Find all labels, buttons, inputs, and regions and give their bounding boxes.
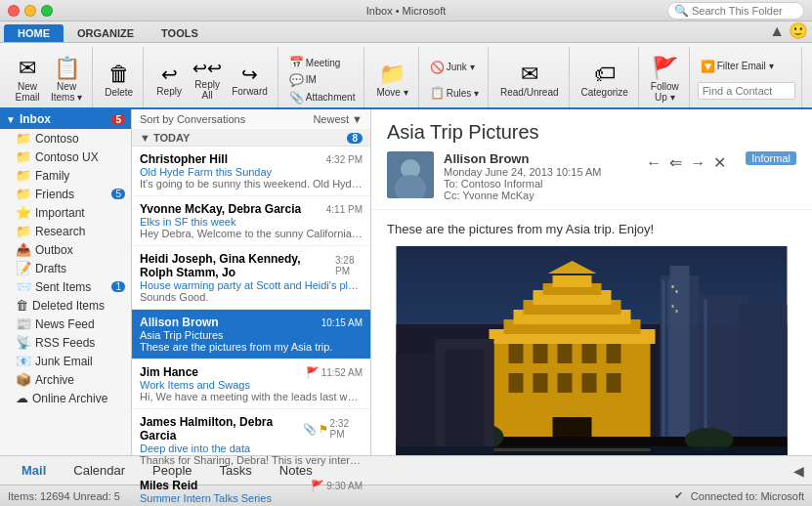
nav-tasks[interactable]: Tasks [206, 459, 266, 482]
filter-icon: 🔽 [701, 60, 715, 73]
nav-prev-all-button[interactable]: ⇐ [667, 151, 684, 174]
chevron-up-icon[interactable]: ▲ [769, 22, 785, 40]
reply-all-button[interactable]: ↩↩ ReplyAll [189, 55, 226, 105]
status-right: ✔ Connected to: Microsoft [674, 489, 804, 502]
meeting-icon: 📅 [289, 56, 304, 69]
sidebar-item-junk[interactable]: 📧 Junk Email [0, 352, 131, 370]
svg-rect-41 [446, 349, 485, 455]
email-item[interactable]: Christopher Hill 4:32 PM Old Hyde Farm t… [132, 147, 370, 196]
ribbon-bar: ✉ NewEmail 📋 NewItems ▾ 🗑 Delete ↩ Reply [0, 43, 812, 109]
archive-icon: 📦 [16, 372, 31, 387]
nav-people[interactable]: People [139, 459, 205, 482]
email-preview: Hey Debra, Welcome to the sunny Californ… [140, 228, 363, 239]
ribbon-group-categorize: 🏷 Categorize [572, 47, 639, 107]
sidebar-item-important[interactable]: ⭐ Important [0, 203, 131, 222]
sidebar-item-family[interactable]: 📁 Family [0, 166, 131, 185]
delete-label: Delete [105, 87, 133, 98]
email-preview: Hi, We have a meeting with the leads las… [140, 391, 363, 402]
bottom-nav: Mail Calendar People Tasks Notes ◀ [0, 455, 812, 485]
maximize-button[interactable] [41, 5, 53, 17]
avatar-image [387, 151, 434, 198]
attachment-label: Attachment [306, 92, 356, 103]
sidebar-item-outbox[interactable]: 📤 Outbox [0, 240, 131, 259]
sidebar-item-deleted[interactable]: 🗑 Deleted Items [0, 296, 131, 315]
sidebar-expand-icon[interactable]: ▼ [6, 114, 16, 125]
meeting-button[interactable]: 📅 Meeting [286, 55, 359, 70]
sidebar-item-news-feed[interactable]: 📰 News Feed [0, 315, 131, 333]
sort-selector[interactable]: Sort by Conversations [140, 113, 245, 125]
tab-home[interactable]: HOME [4, 24, 64, 42]
folder-icon: 📁 [16, 168, 31, 183]
filter-small-group: 🔽 Filter Email ▾ [698, 55, 795, 105]
read-unread-button[interactable]: ✉ Read/Unread [496, 55, 562, 105]
rules-button[interactable]: 📋 Rules ▾ [427, 85, 482, 101]
email-item-selected[interactable]: Allison Brown 10:15 AM Asia Trip Picture… [132, 310, 370, 359]
sidebar-item-friends[interactable]: 📁 Friends 5 [0, 185, 131, 203]
email-item[interactable]: Heidi Joseph, Gina Kennedy, Rolph Stamm,… [132, 246, 370, 310]
junk-small-group: 🚫 Junk ▾ 📋 Rules ▾ [427, 55, 482, 105]
ribbon-group-address: 📖 Address Book [804, 47, 812, 107]
sidebar-item-drafts[interactable]: 📝 Drafts [0, 259, 131, 277]
sidebar-item-research[interactable]: 📁 Research [0, 222, 131, 240]
svg-rect-30 [607, 373, 621, 393]
nav-calendar[interactable]: Calendar [60, 459, 139, 482]
today-badge: 8 [347, 133, 363, 144]
sidebar-item-contoso-ux[interactable]: 📁 Contoso UX [0, 148, 131, 166]
deleted-icon: 🗑 [16, 298, 28, 313]
reading-body-text: These are the pictures from my Asia trip… [387, 222, 796, 236]
categorize-button[interactable]: 🏷 Categorize [577, 55, 632, 105]
close-button[interactable] [8, 5, 20, 17]
tab-organize[interactable]: ORGANIZE [64, 24, 148, 42]
reply-all-icon: ↩↩ [192, 60, 222, 77]
sidebar-item-sent[interactable]: 📨 Sent Items 1 [0, 277, 131, 296]
email-list: Sort by Conversations Newest ▼ ▼ TODAY 8… [132, 109, 371, 455]
nav-next-button[interactable]: → [688, 152, 707, 174]
nav-mail[interactable]: Mail [8, 459, 60, 482]
attachment-button[interactable]: 📎 Attachment [286, 90, 359, 105]
svg-rect-23 [558, 344, 573, 363]
im-button[interactable]: 💬 IM [286, 72, 359, 88]
close-reading-button[interactable]: ✕ [711, 151, 728, 174]
categorize-label: Categorize [581, 87, 628, 98]
filter-email-button[interactable]: 🔽 Filter Email ▾ [698, 59, 795, 74]
tab-tools[interactable]: TOOLS [148, 24, 212, 42]
delete-button[interactable]: 🗑 Delete [101, 55, 137, 105]
new-email-button[interactable]: ✉ NewEmail [10, 55, 45, 105]
expand-icon[interactable]: ◀ [793, 463, 804, 479]
new-items-label: NewItems ▾ [51, 81, 82, 103]
email-subject: House warming party at Scott and Heidi's… [140, 279, 363, 291]
search-input[interactable] [692, 5, 809, 17]
minimize-button[interactable] [24, 5, 36, 17]
reading-pane: Asia Trip Pictures Allison Brown Monday … [371, 109, 812, 455]
svg-rect-36 [676, 290, 678, 293]
move-button[interactable]: 📁 Move ▾ [372, 55, 411, 105]
sidebar-item-label: Contoso UX [35, 150, 99, 164]
email-item[interactable]: Yvonne McKay, Debra Garcia 4:11 PM Elks … [132, 196, 370, 246]
email-time: 2:32 PM [330, 418, 363, 440]
folder-search-box[interactable]: 🔍 [667, 2, 804, 20]
forward-button[interactable]: ↪ Forward [228, 55, 272, 105]
sender-date: Monday June 24, 2013 10:15 AM [444, 166, 634, 178]
cloud-icon: ☁ [16, 391, 28, 405]
sidebar-item-label: Archive [35, 373, 74, 387]
ribbon-group-read: ✉ Read/Unread [491, 47, 569, 107]
junk-button[interactable]: 🚫 Junk ▾ [427, 60, 482, 75]
sidebar-item-contoso[interactable]: 📁 Contoso [0, 129, 131, 148]
nav-prev-button[interactable]: ← [644, 152, 663, 174]
svg-rect-26 [509, 373, 524, 393]
svg-rect-9 [662, 280, 665, 455]
sidebar-item-label: Junk Email [35, 355, 93, 368]
sidebar-item-rss[interactable]: 📡 RSS Feeds [0, 333, 131, 352]
ribbon-controls: ▲ 🙂 [765, 20, 812, 42]
junk-folder-icon: 📧 [16, 354, 31, 368]
reply-button[interactable]: ↩ Reply [151, 55, 187, 105]
newest-selector[interactable]: Newest ▼ [313, 113, 363, 125]
followup-button[interactable]: 🚩 FollowUp ▾ [647, 55, 683, 105]
nav-notes[interactable]: Notes [266, 459, 326, 482]
new-items-button[interactable]: 📋 NewItems ▾ [47, 55, 86, 105]
find-contact-input[interactable] [698, 82, 795, 100]
email-item[interactable]: Jim Hance 🚩 11:52 AM Work Items and Swag… [132, 359, 370, 409]
sidebar-item-archive[interactable]: 📦 Archive [0, 370, 131, 389]
sidebar-item-online-archive[interactable]: ☁ Online Archive [0, 389, 131, 407]
today-section-header: ▼ TODAY 8 [132, 130, 370, 147]
